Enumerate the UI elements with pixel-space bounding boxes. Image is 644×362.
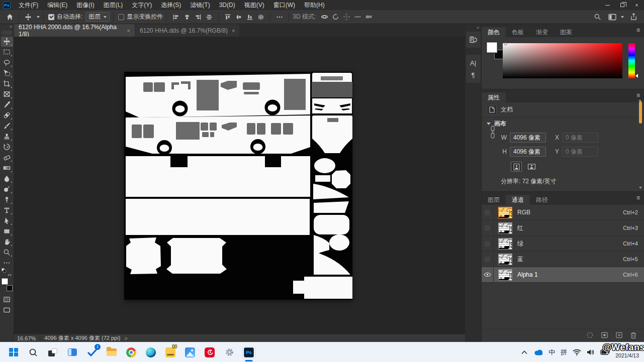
clone-stamp-tool[interactable] [1, 132, 13, 142]
blur-tool[interactable] [1, 174, 13, 184]
link-dimensions-icon[interactable] [490, 126, 496, 139]
distribute-vertical-button[interactable] [255, 12, 266, 23]
canvas-document[interactable] [124, 72, 352, 300]
load-selection-icon[interactable] [586, 331, 594, 339]
tab-gradients[interactable]: 渐变 [530, 27, 554, 37]
spot-healing-brush-tool[interactable] [1, 110, 13, 120]
hue-slider[interactable] [628, 43, 635, 78]
status-chevron-icon[interactable]: > [124, 335, 127, 341]
foreground-background-swatches[interactable] [1, 278, 13, 291]
document-tab-active[interactable]: 6120 HHA 2000.dds @ 16.7%(Alpha 1/8) × [14, 24, 135, 37]
taskbar-clock[interactable]: 11:53 2021/4/13 [615, 345, 639, 359]
swap-colors-icon[interactable] [8, 273, 13, 277]
section-collapse-icon[interactable] [487, 123, 491, 125]
align-vertical-centers-button[interactable] [233, 12, 244, 23]
scroll-up-icon[interactable] [638, 92, 641, 101]
rectangle-tool[interactable] [1, 226, 13, 236]
edit-toolbar-button[interactable] [1, 258, 13, 268]
crop-tool[interactable] [1, 79, 13, 89]
saturation-brightness-field[interactable] [503, 43, 622, 78]
zoom-tool[interactable] [1, 248, 13, 258]
align-horizontal-centers-button[interactable] [181, 12, 193, 23]
chrome-button[interactable] [125, 346, 138, 359]
path-selection-tool[interactable] [1, 216, 13, 226]
onedrive-icon[interactable] [533, 349, 543, 355]
search-button[interactable] [592, 12, 603, 23]
paragraph-panel-button[interactable]: ¶ [467, 69, 479, 81]
settings-button[interactable] [223, 346, 236, 359]
volume-icon[interactable] [587, 349, 595, 355]
panel-menu-icon[interactable]: ≡ [636, 194, 640, 201]
default-colors-icon[interactable] [2, 268, 7, 273]
foreground-color-swatch[interactable] [2, 278, 8, 285]
more-options-button[interactable] [274, 12, 285, 23]
channel-row-green[interactable]: 绿 Ctrl+4 [482, 236, 644, 252]
color-swatches-widget[interactable] [487, 42, 504, 59]
photos-button[interactable] [183, 346, 197, 359]
hand-tool[interactable] [1, 237, 13, 247]
auto-select-checkbox[interactable] [48, 14, 54, 20]
menu-help[interactable]: 帮助(H) [300, 0, 329, 10]
menu-edit[interactable]: 编辑(E) [43, 0, 72, 10]
show-transform-checkbox[interactable] [118, 14, 124, 20]
tab-swatches[interactable]: 色板 [506, 27, 530, 37]
rectangular-marquee-tool[interactable] [1, 47, 13, 57]
tab-paths[interactable]: 路径 [530, 195, 554, 205]
chevron-down-icon[interactable] [37, 16, 40, 18]
character-panel-button[interactable]: A| [467, 57, 479, 69]
align-bottom-edges-button[interactable] [244, 12, 255, 23]
dock-expand-icon[interactable]: » [465, 24, 481, 32]
visibility-toggle[interactable] [482, 220, 494, 236]
eyedropper-tool[interactable] [1, 100, 13, 110]
history-panel-button[interactable] [467, 34, 479, 46]
background-color-swatch[interactable] [7, 285, 13, 291]
distribute-horizontal-button[interactable] [204, 12, 215, 23]
visibility-toggle[interactable] [482, 205, 494, 220]
visibility-toggle[interactable] [482, 267, 494, 283]
close-button[interactable]: × [629, 0, 644, 10]
visibility-toggle[interactable] [482, 236, 494, 252]
channel-row-alpha1[interactable]: Alpha 1 Ctrl+6 [482, 267, 644, 283]
ime-language-indicator[interactable]: 中 [548, 348, 555, 357]
save-selection-as-channel-icon[interactable] [601, 331, 608, 339]
battery-icon[interactable] [600, 349, 610, 355]
media-player-button[interactable]: 00 [164, 346, 177, 359]
y-field[interactable]: 0 像素 [562, 147, 598, 157]
workspace-switcher-button[interactable] [607, 12, 618, 23]
orientation-portrait-button[interactable] [511, 162, 522, 172]
close-tab-icon[interactable]: × [232, 28, 235, 34]
home-button[interactable] [4, 12, 15, 23]
wifi-icon[interactable] [573, 349, 581, 355]
tray-chevron-icon[interactable] [521, 350, 527, 354]
3d-slide-button[interactable] [352, 12, 363, 23]
3d-pan-button[interactable] [341, 12, 352, 23]
frame-tool[interactable] [1, 89, 13, 99]
foreground-color-swatch[interactable] [487, 42, 497, 53]
color-picker-marker[interactable] [504, 42, 507, 45]
restore-button[interactable] [615, 0, 629, 10]
visibility-toggle[interactable] [482, 252, 494, 267]
align-top-edges-button[interactable] [222, 12, 233, 23]
file-explorer-button[interactable] [105, 346, 118, 359]
3d-orbit-button[interactable] [319, 12, 330, 23]
panel-menu-icon[interactable]: ≡ [636, 27, 640, 34]
menu-3d[interactable]: 3D(D) [215, 0, 240, 10]
chevron-down-icon[interactable] [621, 16, 624, 18]
menu-window[interactable]: 窗口(W) [269, 0, 300, 10]
object-selection-tool[interactable] [1, 68, 13, 78]
channel-row-red[interactable]: 红 Ctrl+3 [482, 220, 644, 236]
hue-slider-marker[interactable] [635, 74, 638, 78]
zoom-level-field[interactable]: 16.67% [14, 335, 40, 341]
tab-patterns[interactable]: 图案 [554, 27, 578, 37]
screen-mode-button[interactable] [1, 305, 13, 315]
new-channel-icon[interactable] [615, 331, 623, 339]
tab-layers[interactable]: 图层 [482, 195, 506, 205]
quick-mask-button[interactable] [1, 294, 13, 304]
start-button[interactable] [7, 346, 20, 359]
channel-row-rgb[interactable]: RGB Ctrl+2 [482, 205, 644, 220]
toolbar-expand-icon[interactable]: » [10, 25, 12, 29]
menu-filter[interactable]: 滤镜(T) [186, 0, 214, 10]
canvas-pasteboard[interactable] [14, 37, 465, 334]
move-tool-preset[interactable] [23, 12, 34, 23]
menu-view[interactable]: 视图(V) [240, 0, 269, 10]
